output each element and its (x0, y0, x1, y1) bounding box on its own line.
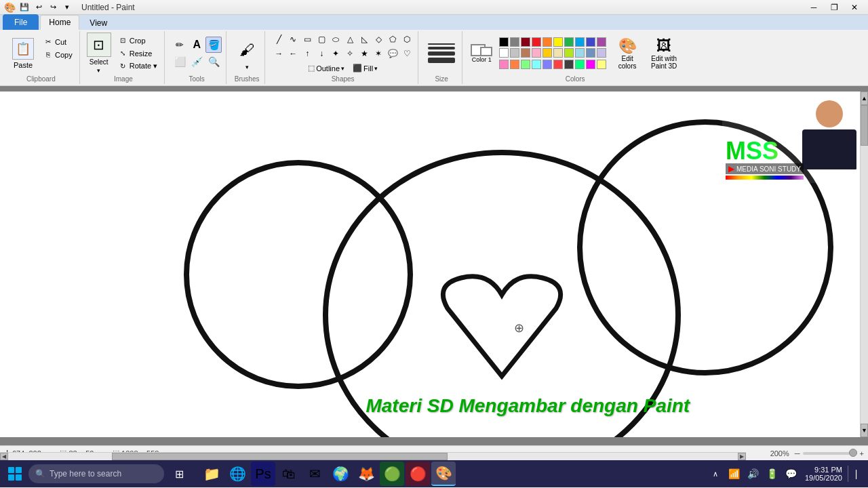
select-button[interactable]: ⊡ (87, 33, 111, 57)
restore-button[interactable]: ❐ (825, 1, 844, 14)
copy-button[interactable]: ⎘ Copy (41, 49, 75, 61)
scroll-thumb-v[interactable] (861, 105, 868, 146)
scroll-left-button[interactable]: ◀ (0, 453, 8, 460)
fill-tool[interactable]: 🪣 (205, 37, 222, 53)
left-arrow-shape[interactable]: ← (286, 47, 300, 60)
swatch-ext-7[interactable] (564, 60, 574, 69)
swatch-ext-5[interactable] (542, 60, 552, 69)
swatch-brown[interactable] (521, 48, 530, 58)
swatch-ext-2[interactable] (510, 60, 519, 69)
swatch-orange[interactable] (542, 37, 552, 47)
resize-button[interactable]: ⤡ Resize (115, 47, 160, 60)
swatch-darkred[interactable] (521, 37, 530, 47)
undo-button[interactable]: ↩ (33, 1, 45, 14)
swatch-ext-3[interactable] (521, 60, 530, 69)
taskbar-app-paint[interactable]: 🎨 (431, 462, 456, 486)
star4-shape[interactable]: ✧ (343, 47, 357, 60)
fill-button[interactable]: ⬛ Fill ▾ (350, 63, 380, 73)
round-rect-shape[interactable]: ▢ (315, 33, 328, 46)
tray-sound[interactable]: 🔊 (745, 466, 762, 482)
taskbar-app-mail[interactable]: ✉ (302, 462, 327, 486)
down-arrow-shape[interactable]: ↓ (315, 47, 328, 60)
taskbar-app-firefox[interactable]: 🦊 (354, 462, 378, 486)
star6-shape[interactable]: ✶ (372, 47, 385, 60)
customize-button[interactable]: ▾ (61, 1, 73, 14)
cut-button[interactable]: ✂ Cut (41, 36, 75, 48)
swatch-lightgray[interactable] (510, 48, 519, 58)
swatch-lime[interactable] (564, 48, 574, 58)
tab-view[interactable]: View (81, 16, 116, 30)
taskbar-app-photoshop[interactable]: Ps (251, 462, 275, 486)
zoom-track[interactable] (803, 452, 857, 455)
size-bar-2[interactable] (428, 47, 455, 49)
curve-shape[interactable]: ∿ (286, 33, 300, 46)
size-bar-3[interactable] (428, 52, 455, 56)
eraser-tool[interactable]: ⬜ (172, 54, 188, 70)
edit-colors-button[interactable]: 🎨 Edit colors (610, 36, 644, 71)
taskbar-app-chrome[interactable]: 🌍 (328, 462, 353, 486)
paste-button[interactable]: 📋 Paste (7, 36, 39, 71)
taskbar-app-app1[interactable]: 🟢 (380, 462, 404, 486)
redo-button[interactable]: ↪ (47, 1, 59, 14)
swatch-ext-9[interactable] (586, 60, 595, 69)
scroll-up-button[interactable]: ▲ (861, 92, 868, 105)
zoom-out-btn[interactable]: ─ (795, 449, 800, 458)
tab-file[interactable]: File (3, 14, 39, 30)
zoom-thumb[interactable] (849, 449, 857, 457)
tray-battery[interactable]: 🔋 (764, 466, 781, 482)
diamond-shape[interactable]: ◇ (372, 33, 385, 46)
zoom-slider[interactable]: ─ + (795, 449, 864, 458)
right-triangle-shape[interactable]: ◺ (357, 33, 371, 46)
star5-shape[interactable]: ★ (357, 47, 371, 60)
pentagon-shape[interactable]: ⬠ (386, 33, 399, 46)
brushes-dropdown[interactable]: ▾ (245, 64, 249, 70)
rotate-button[interactable]: ↻ Rotate ▾ (115, 60, 160, 73)
swatch-ext-10[interactable] (597, 60, 606, 69)
taskbar-clock[interactable]: 9:31 PM 19/05/2020 (805, 466, 842, 482)
swatch-ext-4[interactable] (532, 60, 541, 69)
taskbar-app-edge[interactable]: 🌐 (225, 462, 250, 486)
hexagon-shape[interactable]: ⬡ (400, 33, 414, 46)
zoom-in-btn[interactable]: + (860, 449, 864, 458)
eyedropper-tool[interactable]: 💉 (189, 54, 205, 70)
callout-shape[interactable]: 💬 (386, 47, 399, 60)
canvas-area[interactable]: ⊕ Materi SD Mengambar dengan Paint MSS ▶… (0, 86, 868, 445)
text-tool[interactable]: A (189, 37, 205, 53)
horizontal-scrollbar[interactable]: ◀ ▶ (0, 452, 746, 460)
swatch-lavender[interactable] (597, 48, 606, 58)
swatch-skyblue[interactable] (575, 48, 585, 58)
pencil-tool[interactable]: ✏ (172, 37, 188, 53)
swatch-purple[interactable] (597, 37, 606, 47)
up-arrow-shape[interactable]: ↑ (300, 47, 314, 60)
swatch-ext-8[interactable] (575, 60, 585, 69)
size-bar-4[interactable] (428, 58, 455, 63)
close-button[interactable]: ✕ (845, 1, 864, 14)
size-bar-1[interactable] (428, 43, 455, 45)
swatch-yellow[interactable] (553, 37, 563, 47)
swatch-white[interactable] (499, 48, 509, 58)
swatch-pink[interactable] (532, 48, 541, 58)
tray-expand[interactable]: ∧ (707, 466, 724, 482)
swatch-red[interactable] (532, 37, 541, 47)
vertical-scrollbar[interactable]: ▲ ▼ (860, 92, 868, 437)
scroll-down-button[interactable]: ▼ (861, 424, 868, 437)
4arrow-shape[interactable]: ✦ (329, 47, 342, 60)
tray-network[interactable]: 📶 (726, 466, 743, 482)
swatch-black[interactable] (499, 37, 509, 47)
taskbar-app-store[interactable]: 🛍 (277, 462, 301, 486)
swatch-ext-1[interactable] (499, 60, 509, 69)
swatch-steelblue[interactable] (586, 48, 595, 58)
show-desktop-button[interactable]: | (848, 466, 864, 482)
taskbar-app-explorer[interactable]: 📁 (199, 462, 224, 486)
swatch-blue[interactable] (575, 37, 585, 47)
tab-home[interactable]: Home (40, 15, 79, 30)
crop-button[interactable]: ⊡ Crop (115, 35, 160, 47)
rect-shape[interactable]: ▭ (300, 33, 314, 46)
heart-shape[interactable]: ♡ (400, 47, 414, 60)
line-shape[interactable]: ╱ (272, 33, 285, 46)
swatch-gray[interactable] (510, 37, 519, 47)
start-button[interactable] (4, 463, 26, 485)
minimize-button[interactable]: ─ (804, 1, 823, 14)
swatch-gold[interactable] (542, 48, 552, 58)
swatch-ext-6[interactable] (553, 60, 563, 69)
